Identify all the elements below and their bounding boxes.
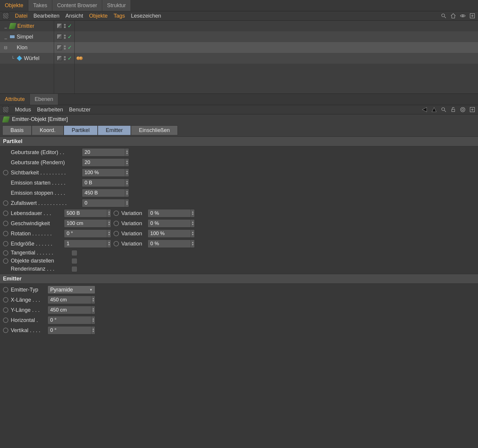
anim-keyframe-dot[interactable]: [114, 221, 119, 226]
spin-down-icon[interactable]: ▼: [126, 152, 128, 155]
spin-down-icon[interactable]: ▼: [92, 330, 94, 333]
field-horizontal[interactable]: ▲▼: [48, 316, 95, 324]
subtab-partikel[interactable]: Partikel: [64, 125, 98, 135]
field-emission-start[interactable]: ▲▼: [82, 179, 129, 187]
material-tag-icon[interactable]: [79, 56, 83, 60]
enabled-check-icon[interactable]: ✓: [68, 33, 72, 40]
field-lebensdauer-var[interactable]: ▲▼: [148, 209, 195, 217]
layer-swatch[interactable]: [57, 56, 62, 61]
history-up-icon[interactable]: [431, 106, 437, 113]
anim-keyframe-dot[interactable]: [3, 287, 8, 292]
eye-icon[interactable]: [459, 13, 466, 19]
menu-benutzer[interactable]: Benutzer: [69, 107, 91, 113]
spin-down-icon[interactable]: ▼: [191, 244, 194, 246]
field-zufallswert[interactable]: ▲▼: [82, 199, 129, 207]
spin-down-icon[interactable]: ▼: [191, 213, 194, 216]
field-birthrate-render[interactable]: ▲▼: [82, 158, 129, 167]
anim-keyframe-dot[interactable]: [3, 231, 8, 236]
anim-keyframe-dot[interactable]: [3, 211, 8, 216]
collapse-icon[interactable]: ⊟: [4, 45, 8, 50]
field-ylaenge[interactable]: ▲▼: [48, 306, 95, 314]
field-vertikal[interactable]: ▲▼: [48, 326, 95, 335]
menu-tags[interactable]: Tags: [114, 13, 125, 19]
tab-struktur[interactable]: Struktur: [102, 0, 131, 11]
subtab-basis[interactable]: Basis: [2, 125, 32, 135]
tab-ebenen[interactable]: Ebenen: [30, 94, 58, 105]
anim-keyframe-dot[interactable]: [3, 241, 8, 246]
spin-down-icon[interactable]: ▼: [126, 173, 128, 175]
menu-ansicht[interactable]: Ansicht: [65, 13, 83, 19]
tree-item-klon[interactable]: ⊟ Klon: [0, 42, 54, 53]
field-rotation-var[interactable]: ▲▼: [148, 229, 195, 238]
subtab-koord[interactable]: Koord.: [32, 125, 64, 135]
visibility-dots[interactable]: [64, 35, 66, 39]
field-endgroesse-var[interactable]: ▲▼: [148, 240, 195, 248]
spin-down-icon[interactable]: ▼: [108, 234, 110, 236]
maximize-icon[interactable]: [469, 106, 476, 113]
spin-down-icon[interactable]: ▼: [126, 162, 128, 165]
subtab-einschliessen[interactable]: Einschließen: [131, 125, 178, 135]
tab-attribute[interactable]: Attribute: [0, 94, 30, 105]
maximize-icon[interactable]: [469, 13, 476, 19]
subtab-emitter[interactable]: Emitter: [98, 125, 131, 135]
field-geschwindigkeit-var[interactable]: ▲▼: [148, 219, 195, 228]
spin-down-icon[interactable]: ▼: [92, 310, 94, 312]
field-geschwindigkeit[interactable]: ▲▼: [64, 219, 111, 228]
layer-swatch[interactable]: [57, 34, 62, 39]
search-icon[interactable]: [440, 13, 447, 19]
field-birthrate-editor[interactable]: ▲▼: [82, 148, 129, 157]
spin-down-icon[interactable]: ▼: [191, 234, 194, 236]
anim-keyframe-dot[interactable]: [3, 250, 8, 256]
panel-options-icon[interactable]: [2, 13, 9, 19]
tree-label-klon[interactable]: Klon: [17, 45, 27, 51]
spin-down-icon[interactable]: ▼: [126, 183, 128, 185]
anim-keyframe-dot[interactable]: [3, 317, 8, 323]
spin-down-icon[interactable]: ▼: [108, 244, 110, 246]
tree-item-emitter[interactable]: ⎯ Emitter: [0, 21, 54, 31]
anim-keyframe-dot[interactable]: [3, 328, 8, 333]
spin-down-icon[interactable]: ▼: [92, 320, 94, 323]
menu-modus[interactable]: Modus: [15, 107, 31, 113]
history-back-icon[interactable]: [421, 106, 428, 113]
tab-content-browser[interactable]: Content Browser: [52, 0, 102, 11]
menu-datei[interactable]: Datei: [15, 13, 27, 19]
anim-keyframe-dot[interactable]: [3, 258, 8, 264]
home-icon[interactable]: [450, 13, 456, 19]
anim-keyframe-dot[interactable]: [3, 297, 8, 303]
checkbox-renderinstanz[interactable]: [71, 266, 77, 272]
field-lebensdauer[interactable]: ▲▼: [64, 209, 111, 217]
tree-item-simpel[interactable]: ⎯ Simpel: [0, 31, 54, 42]
spin-down-icon[interactable]: ▼: [92, 300, 94, 302]
anim-keyframe-dot[interactable]: [3, 170, 8, 175]
anim-keyframe-dot[interactable]: [3, 221, 8, 226]
menu-objekte[interactable]: Objekte: [89, 13, 108, 19]
target-icon[interactable]: [459, 106, 466, 113]
visibility-dots[interactable]: [64, 45, 66, 50]
tree-label-simpel[interactable]: Simpel: [17, 34, 33, 40]
anim-keyframe-dot[interactable]: [3, 200, 8, 206]
field-endgroesse[interactable]: ▲▼: [64, 240, 111, 248]
field-rotation[interactable]: ▲▼: [64, 229, 111, 238]
lock-icon[interactable]: [450, 106, 456, 113]
menu-bearbeiten-attr[interactable]: Bearbeiten: [37, 107, 63, 113]
anim-keyframe-dot[interactable]: [114, 241, 119, 246]
spin-down-icon[interactable]: ▼: [126, 193, 128, 195]
field-sichtbarkeit[interactable]: ▲▼: [82, 168, 129, 177]
visibility-dots[interactable]: [64, 56, 66, 60]
panel-options-icon[interactable]: [2, 106, 9, 113]
menu-bearbeiten[interactable]: Bearbeiten: [33, 13, 59, 19]
field-xlaenge[interactable]: ▲▼: [48, 296, 95, 304]
tab-objekte[interactable]: Objekte: [0, 0, 28, 11]
layer-swatch[interactable]: [57, 23, 62, 29]
enabled-check-icon[interactable]: ✓: [68, 44, 72, 51]
tree-label-emitter[interactable]: Emitter: [17, 23, 34, 29]
search-icon[interactable]: [440, 106, 447, 113]
enabled-check-icon[interactable]: ✓: [68, 55, 72, 62]
anim-keyframe-dot[interactable]: [3, 307, 8, 313]
expand-icon[interactable]: ⎯: [4, 34, 8, 39]
checkbox-tangential[interactable]: [71, 250, 77, 256]
spin-down-icon[interactable]: ▼: [191, 223, 194, 226]
spin-down-icon[interactable]: ▼: [126, 203, 128, 205]
checkbox-objekte-darstellen[interactable]: [71, 258, 77, 264]
spin-down-icon[interactable]: ▼: [108, 223, 110, 226]
